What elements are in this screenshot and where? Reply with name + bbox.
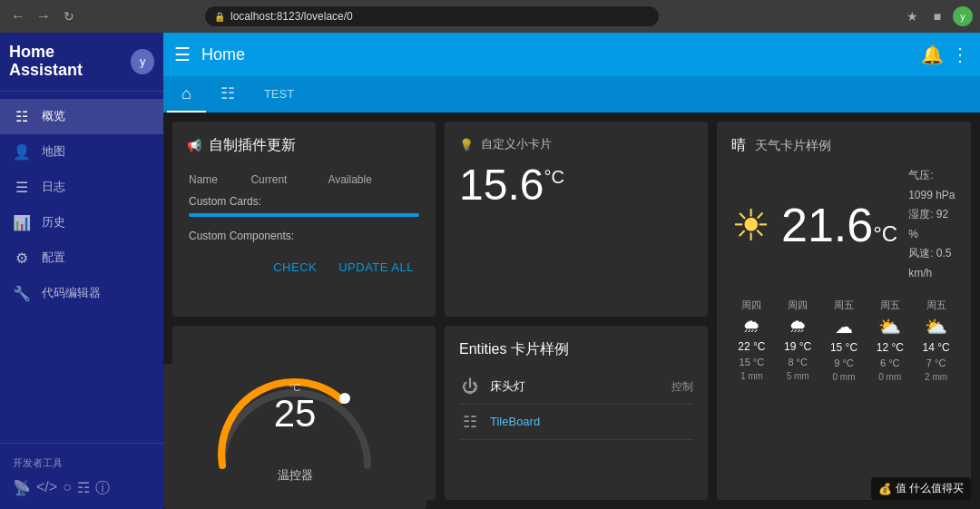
extensions-icon[interactable]: ■ bbox=[927, 9, 947, 24]
sidebar-nav: ☷ 概览 👤 地图 ☰ 日志 📊 历史 ⚙ 配置 🔧 代码编辑器 bbox=[0, 92, 163, 443]
tabs: ⌂ ☷ TEST bbox=[163, 76, 980, 113]
weather-card: 晴 天气卡片样例 ☀ 21.6°C 气压: 1099 hPa 湿度: 92 % … bbox=[717, 122, 971, 500]
weather-details: 气压: 1099 hPa 湿度: 92 % 风速: 0.5 km/h bbox=[908, 166, 956, 284]
app: Home Assistant y ☷ 概览 👤 地图 ☰ 日志 📊 历史 ⚙ bbox=[0, 33, 980, 509]
dev-template-icon[interactable]: ☶ bbox=[77, 479, 90, 498]
sidebar-item-overview[interactable]: ☷ 概览 bbox=[0, 99, 163, 134]
sidebar-item-history[interactable]: 📊 历史 bbox=[0, 205, 163, 240]
entity-link-1[interactable]: TileBoard bbox=[490, 415, 540, 428]
dev-tools-icons: 📡 </> ○ ☶ ⓘ bbox=[0, 475, 163, 502]
sensor-value: 15.6 °C bbox=[459, 160, 693, 210]
address-bar[interactable]: 🔒 localhost:8123/lovelace/0 bbox=[205, 6, 659, 26]
col-name: Name bbox=[189, 170, 249, 190]
weather-header: 晴 天气卡片样例 bbox=[731, 136, 956, 155]
forecast-day-name-1: 周四 bbox=[788, 299, 808, 312]
sensor-unit: °C bbox=[544, 167, 564, 188]
watermark-text: 值 什么值得买 bbox=[896, 481, 964, 496]
weather-pressure: 气压: 1099 hPa bbox=[908, 166, 956, 205]
forecast-rain-1: 5 mm bbox=[787, 371, 809, 381]
sidebar-item-code-editor[interactable]: 🔧 代码编辑器 bbox=[0, 276, 163, 311]
forecast-low-4: 7 °C bbox=[926, 357, 946, 368]
forecast-low-2: 9 °C bbox=[834, 357, 854, 368]
dev-target-icon[interactable]: ○ bbox=[63, 479, 72, 498]
config-icon: ⚙ bbox=[13, 250, 31, 267]
update-all-button[interactable]: UPDATE ALL bbox=[331, 255, 421, 279]
entities-card: Entities 卡片样例 ⏻ 床头灯 控制 ☷ TileBoard bbox=[445, 326, 708, 501]
star-icon[interactable]: ★ bbox=[902, 9, 922, 24]
forecast-low-0: 15 °C bbox=[740, 357, 765, 367]
sun-icon: ☀ bbox=[731, 200, 770, 250]
entity-icon-0: ⏻ bbox=[459, 377, 481, 396]
forecast-low-1: 8 °C bbox=[788, 357, 808, 367]
forward-button[interactable]: → bbox=[33, 8, 54, 24]
overview-icon: ☷ bbox=[13, 108, 31, 125]
menu-icon[interactable]: ☰ bbox=[174, 44, 191, 65]
grid-tab-icon: ☷ bbox=[220, 83, 235, 103]
browser-avatar[interactable]: y bbox=[953, 6, 973, 26]
forecast-high-2: 15 °C bbox=[830, 341, 858, 354]
update-table: Name Current Available Custom Cards: bbox=[187, 168, 421, 248]
weather-forecast: 周四 🌧 22 °C 15 °C 1 mm 周四 🌧 19 °C 8 °C 5 … bbox=[731, 299, 956, 382]
update-card: 📢 自制插件更新 Name Current Available bbox=[172, 122, 436, 317]
sidebar: Home Assistant y ☷ 概览 👤 地图 ☰ 日志 📊 历史 ⚙ bbox=[0, 33, 163, 509]
forecast-day-2: 周五 ☁ 15 °C 9 °C 0 mm bbox=[824, 299, 865, 382]
forecast-day-name-4: 周五 bbox=[926, 299, 946, 312]
sidebar-item-label-code-editor: 代码编辑器 bbox=[42, 285, 101, 301]
more-options-icon[interactable]: ⋮ bbox=[951, 44, 969, 65]
forecast-high-1: 19 °C bbox=[784, 340, 811, 353]
app-name: Home Assistant bbox=[9, 44, 122, 80]
entity-control-0[interactable]: 控制 bbox=[671, 379, 693, 395]
forecast-rain-2: 0 mm bbox=[832, 372, 855, 382]
forecast-icon-0: 🌧 bbox=[742, 316, 760, 337]
tab-grid[interactable]: ☷ bbox=[206, 76, 250, 113]
notification-icon[interactable]: 🔔 bbox=[921, 44, 944, 65]
check-button[interactable]: CHECK bbox=[266, 255, 324, 279]
forecast-high-3: 12 °C bbox=[877, 341, 904, 354]
watermark: 💰 值 什么值得买 bbox=[871, 477, 971, 500]
sensor-number: 15.6 bbox=[459, 160, 544, 210]
forecast-day-name-3: 周五 bbox=[880, 299, 900, 312]
update-card-title: 自制插件更新 bbox=[209, 136, 296, 155]
sidebar-item-map[interactable]: 👤 地图 bbox=[0, 134, 163, 170]
svg-point-2 bbox=[339, 393, 350, 404]
sidebar-item-label-history: 历史 bbox=[42, 214, 65, 230]
tab-home[interactable]: ⌂ bbox=[167, 76, 206, 113]
dev-wifi-icon[interactable]: 📡 bbox=[13, 479, 31, 498]
watermark-icon: 💰 bbox=[878, 483, 892, 495]
topbar-actions: 🔔 ⋮ bbox=[921, 44, 969, 65]
map-icon: 👤 bbox=[13, 143, 31, 161]
sidebar-item-config[interactable]: ⚙ 配置 bbox=[0, 240, 163, 276]
weather-temperature: 21.6°C bbox=[781, 199, 897, 251]
dev-info-icon[interactable]: ⓘ bbox=[95, 479, 110, 498]
sidebar-item-label-config: 配置 bbox=[42, 250, 65, 266]
sidebar-item-logbook[interactable]: ☰ 日志 bbox=[0, 170, 163, 205]
forecast-day-name-2: 周五 bbox=[834, 299, 854, 312]
update-card-header: 📢 自制插件更新 bbox=[187, 136, 421, 155]
user-avatar[interactable]: y bbox=[131, 49, 154, 74]
forecast-icon-4: ⛅ bbox=[925, 316, 947, 338]
tab-test[interactable]: TEST bbox=[250, 76, 309, 113]
megaphone-icon: 📢 bbox=[187, 139, 201, 152]
back-button[interactable]: ← bbox=[7, 8, 29, 24]
weather-current: ☀ 21.6°C 气压: 1099 hPa 湿度: 92 % 风速: 0.5 k… bbox=[731, 166, 956, 284]
thermostat-values: °C 25 bbox=[274, 382, 317, 433]
weather-humidity: 湿度: 92 % bbox=[908, 205, 956, 244]
update-actions: CHECK UPDATE ALL bbox=[187, 255, 421, 279]
dev-code-icon[interactable]: </> bbox=[36, 479, 57, 498]
home-tab-icon: ⌂ bbox=[181, 84, 191, 103]
forecast-day-name-0: 周四 bbox=[741, 299, 761, 312]
entities-title: Entities 卡片样例 bbox=[459, 340, 693, 359]
topbar-title: Home bbox=[201, 45, 245, 64]
forecast-high-0: 22 °C bbox=[738, 340, 765, 353]
weather-temp-container: 21.6°C bbox=[781, 198, 897, 252]
browser-nav-buttons: ← → ↻ bbox=[7, 8, 80, 24]
lock-icon: 🔒 bbox=[214, 12, 225, 22]
entity-name-0: 床头灯 bbox=[490, 378, 662, 395]
weather-wind: 风速: 0.5 km/h bbox=[908, 244, 956, 283]
forecast-rain-3: 0 mm bbox=[878, 372, 901, 382]
code-editor-icon: 🔧 bbox=[13, 285, 31, 302]
refresh-button[interactable]: ↻ bbox=[58, 9, 80, 24]
entity-row-1: ☷ TileBoard bbox=[459, 405, 693, 440]
sensor-header: 💡 自定义小卡片 bbox=[459, 136, 693, 152]
entity-icon-1: ☷ bbox=[459, 412, 481, 432]
